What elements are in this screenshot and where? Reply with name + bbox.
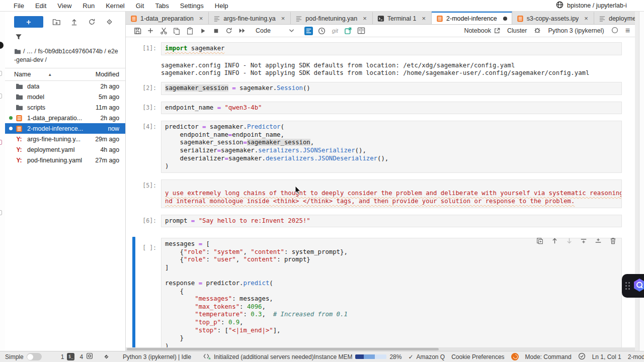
cursor-position-label[interactable]: Ln 1, Col 1 xyxy=(592,353,621,360)
code-cell[interactable]: [3]:endpoint_name = "qwen3-4b" xyxy=(130,102,622,115)
git-branch-icon[interactable] xyxy=(103,353,110,360)
menu-view[interactable]: View xyxy=(52,1,77,11)
filter-funnel-icon[interactable] xyxy=(15,35,22,42)
menu-file[interactable]: File xyxy=(8,1,30,11)
upload-icon[interactable] xyxy=(69,18,78,27)
simple-mode-toggle[interactable]: Simple xyxy=(5,353,42,360)
kernel-count[interactable]: 4 xyxy=(79,352,93,361)
menu-tabs[interactable]: Tabs xyxy=(149,1,174,11)
close-tab-icon[interactable]: × xyxy=(362,15,368,22)
tab-terminal-1[interactable]: Terminal 1× xyxy=(373,12,432,24)
code-cell[interactable]: [6]:prompt = "Say hello to re:Invent 202… xyxy=(130,215,622,228)
close-tab-icon[interactable]: × xyxy=(198,15,204,22)
breadcrumb[interactable]: / … / fs-0b9db1cc49760474b / e2e-genai-d… xyxy=(5,43,125,68)
file-row-args-fine-tuning-y-[interactable]: Y:args-fine-tuning.y...29m ago xyxy=(5,134,125,144)
stop-icon[interactable] xyxy=(209,26,222,36)
cell-type-dropdown[interactable]: Code xyxy=(256,27,294,34)
q-developer-icon[interactable] xyxy=(511,353,519,360)
code-cell[interactable]: [2]:sagemaker_session = sagemaker.Sessio… xyxy=(130,82,622,95)
menu-kernel[interactable]: Kernel xyxy=(100,1,130,11)
code-cell[interactable]: [5]:y use extremely long chains of thoug… xyxy=(130,179,622,208)
user-badge[interactable]: bpistone / jupyterlab-i xyxy=(556,1,644,10)
refresh-icon[interactable] xyxy=(87,18,96,27)
trust-shield-icon[interactable] xyxy=(578,352,586,361)
restart-run-all-icon[interactable] xyxy=(235,26,249,36)
bug-icon[interactable] xyxy=(534,27,541,35)
column-modified[interactable]: Modified xyxy=(96,71,119,78)
add-cell-icon[interactable] xyxy=(144,26,157,36)
save-icon[interactable] xyxy=(131,26,144,36)
column-name[interactable]: Name ▲ xyxy=(14,71,52,78)
tab-args-fine-tuning-ya[interactable]: args-fine-tuning.ya× xyxy=(209,12,291,24)
terminal-count[interactable]: 1 $_ xyxy=(61,353,75,360)
activity-icon[interactable] xyxy=(0,94,2,99)
menu-git[interactable]: Git xyxy=(130,1,150,11)
menu-help[interactable]: Help xyxy=(209,1,234,11)
insert-cell-above-icon[interactable] xyxy=(580,237,588,245)
paste-icon[interactable] xyxy=(183,26,196,36)
menu-edit[interactable]: Edit xyxy=(30,1,52,11)
move-cell-up-icon[interactable] xyxy=(550,237,558,245)
close-tab-icon[interactable]: × xyxy=(583,15,589,22)
file-row-model[interactable]: model5m ago xyxy=(5,92,125,102)
cluster-link[interactable]: Cluster xyxy=(507,27,527,34)
toc-icon[interactable] xyxy=(302,26,315,36)
hamburger-menu-icon[interactable]: ≡ xyxy=(625,26,630,35)
activity-icon[interactable] xyxy=(0,42,4,49)
amazon-q-floating-widget[interactable] xyxy=(622,274,644,298)
cut-icon[interactable] xyxy=(157,26,170,36)
cell-editor[interactable]: sagemaker_session = sagemaker.Session() xyxy=(161,82,622,95)
cell-editor[interactable]: y use extremely long chains of thought t… xyxy=(161,179,622,208)
drag-handle-icon[interactable] xyxy=(625,282,630,290)
file-row-scripts[interactable]: scripts11m ago xyxy=(5,102,125,113)
tab-pod-finetuning-yan[interactable]: pod-finetuning.yan× xyxy=(291,12,372,24)
horizontal-scrollbar[interactable] xyxy=(126,347,635,351)
close-tab-icon[interactable]: × xyxy=(421,15,427,22)
restart-kernel-icon[interactable] xyxy=(222,26,235,36)
duplicate-cell-icon[interactable] xyxy=(536,237,544,245)
code-cell[interactable]: [1]:import sagemaker xyxy=(130,42,622,55)
history-icon[interactable] xyxy=(315,26,329,36)
file-row-1-data-preparatio-[interactable]: 1-data_preparatio...2h ago xyxy=(5,113,125,123)
new-folder-icon[interactable] xyxy=(52,18,61,27)
menu-settings[interactable]: Settings xyxy=(175,1,209,11)
cookie-preferences-link[interactable]: Cookie Preferences xyxy=(451,353,504,360)
toggle-switch[interactable] xyxy=(27,353,42,360)
activity-icon[interactable] xyxy=(0,140,2,145)
file-row-data[interactable]: data2h ago xyxy=(5,81,125,92)
amazon-q-status[interactable]: ✓ Amazon Q xyxy=(408,353,445,360)
notebook-tools-icon[interactable] xyxy=(355,26,368,36)
folder-home-icon[interactable] xyxy=(14,48,21,56)
kernel-name-label[interactable]: Python 3 (ipykernel) xyxy=(548,27,604,34)
run-icon[interactable] xyxy=(196,26,209,36)
insert-cell-below-icon[interactable] xyxy=(594,237,602,245)
file-row-deployment-yaml[interactable]: Y:deployment.yaml4h ago xyxy=(5,144,125,155)
copy-icon[interactable] xyxy=(170,26,183,36)
lsp-status[interactable]: Initialized (additional servers needed) xyxy=(203,353,314,361)
open-launcher-icon[interactable] xyxy=(342,26,355,36)
kernel-status-label[interactable]: Python 3 (ipykernel) | Idle xyxy=(123,353,191,360)
activity-icon[interactable] xyxy=(0,210,2,215)
tab-1-data-preparation[interactable]: 1-data_preparation× xyxy=(126,12,209,24)
close-tab-icon[interactable]: × xyxy=(280,15,286,22)
git-status-label[interactable]: git xyxy=(329,26,342,36)
delete-cell-icon[interactable] xyxy=(609,237,617,245)
cell-editor[interactable]: predictor = sagemaker.Predictor( endpoin… xyxy=(161,121,622,173)
menu-run[interactable]: Run xyxy=(77,1,100,11)
file-row-2-model-inference-[interactable]: 2-model-inference...now xyxy=(5,123,125,134)
tab-s3-copy-assets-ipy[interactable]: s3-copy-assets.ipy× xyxy=(512,12,594,24)
amazon-q-hexagon-icon[interactable] xyxy=(633,278,644,294)
cell-editor[interactable]: import sagemaker xyxy=(161,42,622,55)
new-launcher-button[interactable] xyxy=(14,16,43,28)
activity-icon[interactable] xyxy=(0,71,2,76)
tab-2-model-inference[interactable]: 2-model-inference xyxy=(432,12,512,24)
cell-collapser[interactable] xyxy=(132,237,135,351)
code-cell[interactable]: [4]:predictor = sagemaker.Predictor( end… xyxy=(130,121,622,173)
open-notebook-link[interactable]: Notebook xyxy=(464,27,500,34)
cell-editor[interactable]: messages = [ {"role": "system", "content… xyxy=(161,238,622,351)
cell-editor[interactable]: endpoint_name = "qwen3-4b" xyxy=(161,102,622,115)
active-code-cell[interactable]: [ ]:messages = [ {"role": "system", "con… xyxy=(130,234,622,351)
git-clone-icon[interactable] xyxy=(105,18,114,27)
cell-editor[interactable]: prompt = "Say hello to re:Invent 2025!" xyxy=(161,215,622,228)
file-row-pod-finetuning-yaml[interactable]: Y:pod-finetuning.yaml27m ago xyxy=(5,155,125,165)
